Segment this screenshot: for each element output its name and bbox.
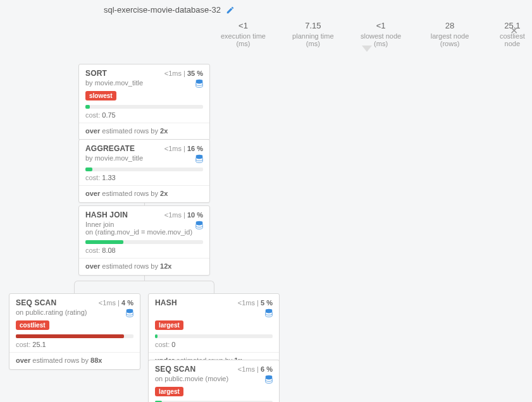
node-title: HASH JOIN <box>85 210 128 219</box>
cost-row: cost: 25.1 <box>9 341 140 352</box>
cost-bar <box>155 334 273 338</box>
database-icon[interactable] <box>265 375 273 384</box>
stats-bar: <1 execution time (ms) 7.15 planning tim… <box>0 21 532 47</box>
stat-value: <1 <box>355 21 407 30</box>
database-icon[interactable] <box>195 221 203 229</box>
plan-node-aggregate[interactable]: AGGREGATE <1ms | 16 % by movie.mov_title… <box>78 139 210 203</box>
estimate-row: over estimated rows by 12x <box>79 259 209 275</box>
cost-row: cost: 0.75 <box>79 111 209 123</box>
page-title: sql-exercise-movie-database-32 <box>104 5 221 15</box>
node-title: AGGREGATE <box>85 144 135 153</box>
badge-costliest: costliest <box>16 320 49 330</box>
plan-node-sort[interactable]: SORT <1ms | 35 % by movie.mov_title slow… <box>78 64 210 140</box>
stat-value: 7.15 <box>287 21 340 30</box>
node-detail: by movie.mov_title <box>85 154 143 162</box>
pointer-notch <box>362 46 372 52</box>
estimate-row: over estimated rows by 2x <box>79 123 209 140</box>
node-meta: <1ms | 6 % <box>238 365 273 373</box>
plan-node-hash-join[interactable]: HASH JOIN <1ms | 10 % Inner join on (rat… <box>78 205 210 276</box>
database-icon[interactable] <box>265 308 273 317</box>
node-title: SEQ SCAN <box>16 298 56 307</box>
node-detail: by movie.mov_title <box>85 79 143 87</box>
plan-node-hash[interactable]: HASH <1ms | 5 % largest cost: 0 under es… <box>148 293 280 370</box>
badge-slowest: slowest <box>85 91 116 100</box>
node-title: SEQ SCAN <box>155 365 195 374</box>
connector <box>74 287 75 293</box>
database-icon[interactable] <box>195 154 203 163</box>
cost-row: cost: 1.33 <box>79 174 209 185</box>
cost-bar <box>85 105 203 109</box>
badge-largest: largest <box>155 387 183 396</box>
node-detail: on public.rating (rating) <box>16 308 87 316</box>
stat-value: 28 <box>422 21 477 30</box>
stat-label: execution time (ms) <box>215 32 271 47</box>
node-title: HASH <box>155 298 177 307</box>
node-meta: <1ms | 4 % <box>99 299 133 307</box>
database-icon[interactable] <box>126 308 133 317</box>
stat-label: largest node (rows) <box>422 32 477 47</box>
stat-value: <1 <box>215 21 271 30</box>
badge-largest: largest <box>155 320 183 330</box>
plan-node-seqscan-rating[interactable]: SEQ SCAN <1ms | 4 % on public.rating (ra… <box>9 293 140 370</box>
node-meta: <1ms | 35 % <box>164 70 203 77</box>
cost-row: cost: 0 <box>149 341 279 352</box>
close-icon[interactable]: ✕ <box>510 25 518 37</box>
estimate-row: over estimated rows by 88x <box>9 353 140 369</box>
estimate-row: over estimated rows by 2x <box>79 186 209 202</box>
stat-planning-time: 7.15 planning time (ms) <box>287 21 340 47</box>
node-meta: <1ms | 5 % <box>238 299 273 307</box>
cost-bar <box>85 240 203 244</box>
node-meta: <1ms | 10 % <box>164 211 203 219</box>
node-detail: on public.movie (movie) <box>155 375 228 382</box>
stat-execution-time: <1 execution time (ms) <box>215 21 271 47</box>
cost-bar <box>85 168 203 171</box>
connector-branch <box>74 281 214 287</box>
node-meta: <1ms | 16 % <box>164 145 203 152</box>
stat-largest-node: 28 largest node (rows) <box>422 21 477 47</box>
plan-node-seqscan-movie[interactable]: SEQ SCAN <1ms | 6 % on public.movie (mov… <box>148 360 280 402</box>
edit-icon[interactable] <box>226 6 235 15</box>
connector <box>144 275 145 281</box>
stat-slowest-node: <1 slowest node (ms) <box>355 21 407 47</box>
connector <box>214 287 214 293</box>
database-icon[interactable] <box>195 79 203 88</box>
stat-label: planning time (ms) <box>287 32 340 47</box>
cost-bar <box>16 334 133 338</box>
cost-row: cost: 8.08 <box>79 247 209 258</box>
node-detail: Inner join on (rating.mov_id = movie.mov… <box>85 221 192 236</box>
node-title: SORT <box>85 69 107 78</box>
